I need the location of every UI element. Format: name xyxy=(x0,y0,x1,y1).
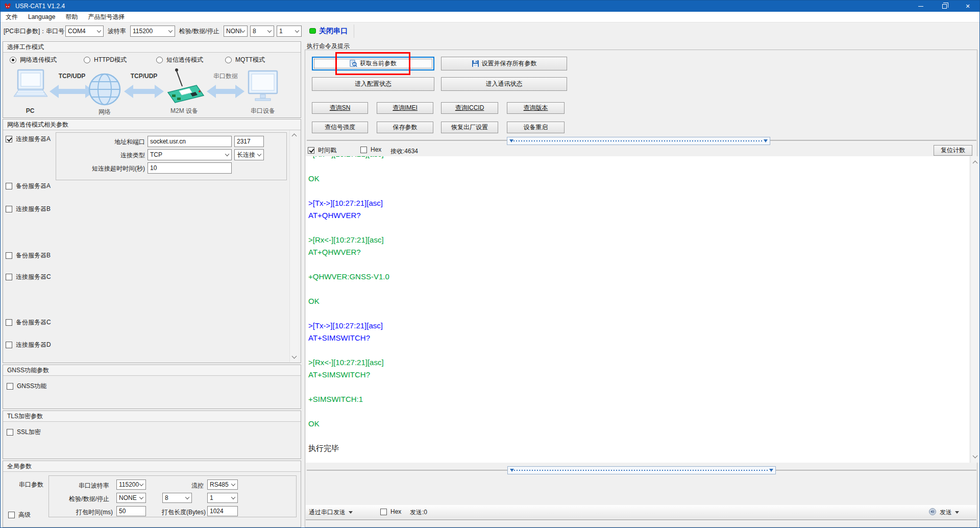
pack-length-input[interactable] xyxy=(207,506,238,516)
chevron-down-icon xyxy=(139,482,143,486)
keep-mode-select[interactable]: 长连接 xyxy=(234,149,264,160)
log-line: AT+QHWVER? xyxy=(308,246,969,258)
log-line: +SIMSWITCH:1 xyxy=(308,393,969,405)
query-sn-button[interactable]: 查询SN xyxy=(312,102,368,114)
pack-time-label: 打包时间(ms) xyxy=(62,508,113,517)
module-baud-select[interactable]: 115200 xyxy=(116,479,146,490)
link2-label: TCP/UDP xyxy=(131,73,158,80)
conn-type-select[interactable]: TCP xyxy=(148,149,232,160)
enter-config-button[interactable]: 进入配置状态 xyxy=(312,77,434,91)
minimize-button[interactable] xyxy=(909,1,933,12)
query-signal-button[interactable]: 查信号强度 xyxy=(312,122,368,133)
checkbox-backup-server-c[interactable]: 备份服务器C xyxy=(6,318,51,327)
menu-product-model[interactable]: 产品型号选择 xyxy=(83,12,130,22)
query-iccid-button[interactable]: 查询ICCID xyxy=(441,102,498,114)
log-line xyxy=(308,222,969,234)
factory-reset-button[interactable]: 恢复出厂设置 xyxy=(441,122,498,133)
radio-net-transparent-mode[interactable]: 网络透传模式 xyxy=(10,56,57,64)
chevron-down-icon xyxy=(295,29,299,33)
radio-mqtt-mode[interactable]: MQTT模式 xyxy=(225,56,265,64)
close-button[interactable]: ✕ xyxy=(956,1,979,12)
log-line: AT+SIMSWITCH? xyxy=(308,332,969,344)
scroll-down-icon[interactable] xyxy=(973,453,978,459)
radio-httpd-mode[interactable]: HTTPD模式 xyxy=(84,56,127,64)
checkbox-hex-send[interactable]: Hex xyxy=(380,508,401,515)
bottom-splitter-handle[interactable] xyxy=(507,466,776,474)
pack-time-input[interactable] xyxy=(116,506,146,516)
close-serial-button[interactable]: 关闭串口 xyxy=(319,27,348,36)
server-a-port-input[interactable] xyxy=(234,136,264,147)
scroll-up-icon[interactable] xyxy=(973,161,978,166)
com-port-select[interactable]: COM4 xyxy=(65,26,104,37)
checkbox-server-a[interactable]: 连接服务器A xyxy=(6,135,51,143)
query-version-button[interactable]: 查询版本 xyxy=(507,102,565,114)
parity-select[interactable]: NONI xyxy=(224,26,248,37)
chevron-down-icon xyxy=(267,29,272,33)
send-bar: 通过串口发送 Hex 发送:0 发送 xyxy=(306,505,976,518)
title-bar[interactable]: USR-CAT1 V1.2.4 ✕ xyxy=(1,1,979,12)
send-via-serial-button[interactable]: 通过串口发送 xyxy=(309,508,353,517)
pack-length-label: 打包长度(Bytes) xyxy=(154,508,206,517)
reset-count-button[interactable]: 复位计数 xyxy=(934,145,972,156)
reboot-button[interactable]: 设备重启 xyxy=(507,122,565,133)
log-area[interactable]: >[Rx<-][10:27:21][asc]OK>[Tx->][10:27:21… xyxy=(306,156,969,463)
get-params-button[interactable]: 获取当前参数 xyxy=(312,57,434,70)
stop-bits-select[interactable]: 1 xyxy=(277,26,302,37)
module-data-bits-select[interactable]: 8 xyxy=(162,493,192,503)
work-mode-title: 选择工作模式 xyxy=(3,42,301,53)
scroll-down-icon[interactable] xyxy=(292,354,297,359)
menu-help[interactable]: 帮助 xyxy=(60,12,83,22)
radio-sms-mode[interactable]: 短信透传模式 xyxy=(156,56,203,64)
checkbox-gnss[interactable]: GNSS功能 xyxy=(7,382,46,391)
module-parity-select[interactable]: NONE xyxy=(116,493,146,503)
close-icon: ✕ xyxy=(965,3,970,10)
serial-device-icon xyxy=(249,71,277,101)
log-line xyxy=(308,430,969,442)
log-line xyxy=(308,160,969,173)
flow-control-select[interactable]: RS485 xyxy=(207,479,238,490)
checkbox-timestamp[interactable]: 时间戳 xyxy=(308,146,336,155)
chevron-down-icon xyxy=(257,152,261,156)
serial-open-indicator xyxy=(309,28,316,34)
topology-diagram: TCP/UDP TCP/UDP 串口数据 PC 网络 M2M 设备 串口设备 xyxy=(3,65,301,118)
send-button[interactable]: 发送 xyxy=(940,508,959,517)
network-globe-icon xyxy=(89,74,120,105)
scroll-up-icon[interactable] xyxy=(292,134,297,139)
restore-button[interactable] xyxy=(933,1,956,12)
gnss-group: GNSS功能参数 xyxy=(3,365,301,409)
chevron-down-icon xyxy=(955,511,959,514)
checkbox-hex-recv[interactable]: Hex xyxy=(360,146,381,153)
data-bits-select[interactable]: 8 xyxy=(250,26,274,37)
serial-device-label: 串口设备 xyxy=(251,107,275,114)
slider-mark-icon xyxy=(769,469,773,472)
set-save-all-button[interactable]: 设置并保存所有参数 xyxy=(441,57,567,70)
module-stop-bits-select[interactable]: 1 xyxy=(207,493,238,503)
checkbox-icon xyxy=(360,147,367,153)
log-line: AT+QHWVER? xyxy=(308,209,969,222)
checkbox-server-b[interactable]: 连接服务器B xyxy=(6,205,51,213)
chevron-down-icon xyxy=(168,29,173,33)
checkbox-ssl[interactable]: SSL加密 xyxy=(7,428,41,437)
menu-file[interactable]: 文件 xyxy=(1,12,23,22)
log-scrollbar[interactable] xyxy=(970,156,979,463)
query-imei-button[interactable]: 查询IMEI xyxy=(377,102,433,114)
log-line xyxy=(308,258,969,271)
checkbox-server-d[interactable]: 连接服务器D xyxy=(6,341,51,349)
enter-comm-button[interactable]: 进入通讯状态 xyxy=(441,77,567,91)
log-line: 执行完毕 xyxy=(308,442,969,454)
top-splitter-handle[interactable] xyxy=(507,137,770,145)
server-a-address-input[interactable] xyxy=(148,136,232,147)
checkbox-advanced[interactable]: 高级 xyxy=(8,511,31,519)
short-conn-timeout-input[interactable] xyxy=(148,162,232,174)
checkbox-server-c[interactable]: 连接服务器C xyxy=(6,273,51,281)
menu-language[interactable]: Language xyxy=(23,12,60,22)
save-params-button[interactable]: 保存参数 xyxy=(377,122,433,133)
baud-select[interactable]: 115200 xyxy=(130,26,175,37)
slider-dots xyxy=(513,140,764,141)
checkbox-backup-server-b[interactable]: 备份服务器B xyxy=(6,251,51,260)
pc-serial-label: [PC串口参数]：串口号 xyxy=(4,27,64,36)
arrow-icon xyxy=(50,85,94,98)
net-params-scrollbar[interactable] xyxy=(289,130,299,362)
checkbox-backup-server-a[interactable]: 备份服务器A xyxy=(6,182,51,190)
checkbox-icon xyxy=(8,512,15,518)
